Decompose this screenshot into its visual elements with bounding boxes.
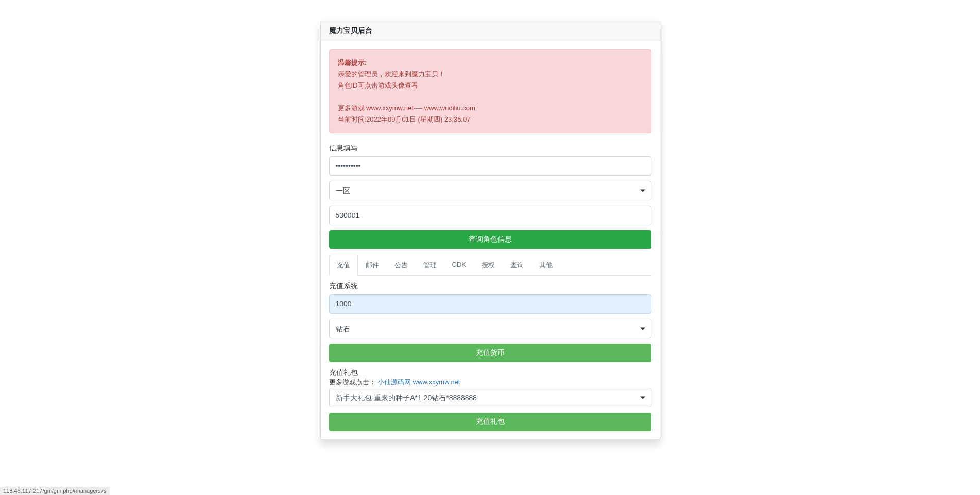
gift-subtext-link[interactable]: 小仙源码网 www.xxymw.net — [377, 378, 460, 386]
tab-auth[interactable]: 授权 — [474, 255, 503, 276]
gift-subtext: 更多游戏点击： 小仙源码网 www.xxymw.net — [329, 378, 651, 387]
tab-recharge[interactable]: 充值 — [329, 255, 358, 276]
recharge-amount-input[interactable] — [329, 294, 651, 314]
tab-cdk[interactable]: CDK — [444, 255, 474, 276]
info-form-label: 信息填写 — [329, 144, 651, 153]
gift-select-value: 新手大礼包-重来的种子A*1 20钻石*8888888 — [329, 388, 651, 407]
gift-select[interactable]: 新手大礼包-重来的种子A*1 20钻石*8888888 — [329, 388, 651, 407]
alert-line-time: 当前时间:2022年09月01日 (星期四) 23:35:07 — [338, 114, 643, 125]
tab-query[interactable]: 查询 — [503, 255, 531, 276]
currency-select-value: 钻石 — [329, 319, 651, 338]
recharge-gift-button[interactable]: 充值礼包 — [329, 413, 651, 431]
alert-line-roleid: 角色ID可点击游戏头像查看 — [338, 80, 643, 91]
alert-line-welcome: 亲爱的管理员，欢迎来到魔力宝贝！ — [338, 69, 643, 80]
tab-bar: 充值 邮件 公告 管理 CDK 授权 查询 其他 — [329, 255, 651, 276]
zone-select[interactable]: 一区 — [329, 181, 651, 200]
recharge-currency-button[interactable]: 充值货币 — [329, 344, 651, 362]
query-role-button[interactable]: 查询角色信息 — [329, 230, 651, 249]
alert-title: 温馨提示: — [338, 57, 643, 69]
role-id-input[interactable] — [329, 206, 651, 225]
tab-other[interactable]: 其他 — [531, 255, 560, 276]
tab-announcement[interactable]: 公告 — [387, 255, 416, 276]
panel-title: 魔力宝贝后台 — [321, 21, 660, 41]
gift-label: 充值礼包 — [329, 368, 651, 378]
currency-select[interactable]: 钻石 — [329, 319, 651, 338]
tab-manage[interactable]: 管理 — [416, 255, 444, 276]
recharge-system-label: 充值系统 — [329, 282, 651, 291]
password-input[interactable] — [329, 156, 651, 176]
admin-panel: 魔力宝贝后台 温馨提示: 亲爱的管理员，欢迎来到魔力宝贝！ 角色ID可点击游戏头… — [320, 21, 660, 440]
alert-line-moregames: 更多游戏 www.xxymw.net---- www.wudiliu.com — [338, 103, 643, 114]
tab-mail[interactable]: 邮件 — [358, 255, 387, 276]
panel-body: 温馨提示: 亲爱的管理员，欢迎来到魔力宝贝！ 角色ID可点击游戏头像查看 更多游… — [321, 41, 660, 439]
zone-select-value: 一区 — [329, 181, 651, 200]
alert-notice: 温馨提示: 亲爱的管理员，欢迎来到魔力宝贝！ 角色ID可点击游戏头像查看 更多游… — [329, 49, 651, 133]
gift-subtext-prefix: 更多游戏点击： — [329, 378, 376, 386]
